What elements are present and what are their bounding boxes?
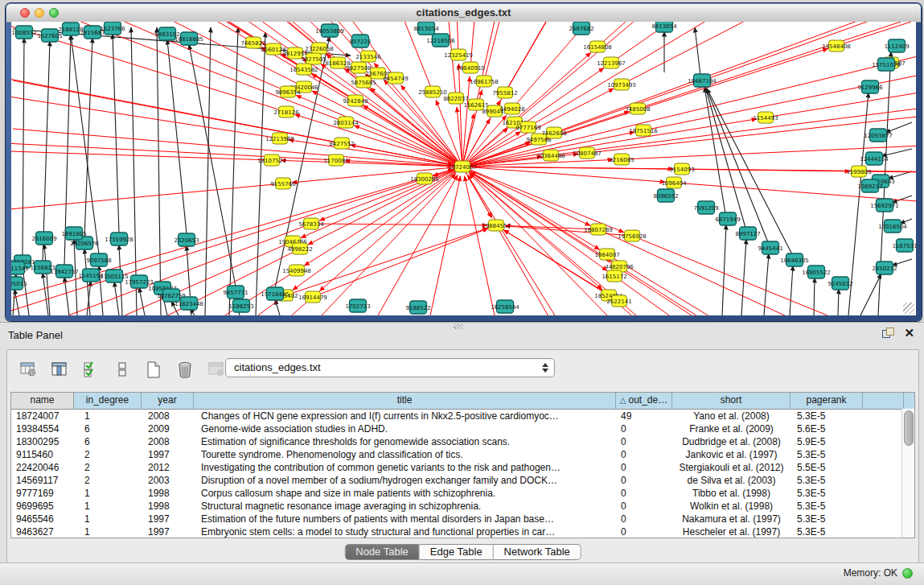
column-header-out_de…[interactable]: △out_de… bbox=[616, 393, 672, 409]
table-row[interactable]: 1872400712008Changes of HCN gene express… bbox=[11, 410, 914, 422]
table-row[interactable]: 2242004622012Investigating the contribut… bbox=[11, 461, 914, 474]
tab-network-table[interactable]: Network Table bbox=[494, 544, 581, 560]
table-cell[interactable]: 5.3E-5 bbox=[791, 525, 863, 538]
delete-table-button[interactable] bbox=[207, 359, 226, 380]
table-cell[interactable]: 5.3E-5 bbox=[791, 513, 863, 525]
table-cell[interactable]: 19384554 bbox=[11, 422, 74, 435]
table-row[interactable]: 946362711997Embryonic stem cells: a mode… bbox=[11, 525, 914, 538]
table-cell[interactable]: 0 bbox=[616, 525, 672, 538]
table-cell[interactable]: Genome-wide association studies in ADHD. bbox=[194, 422, 616, 435]
table-cell[interactable]: 1998 bbox=[142, 500, 194, 513]
show-columns-button[interactable] bbox=[50, 359, 69, 380]
table-cell[interactable]: 2008 bbox=[142, 410, 194, 422]
table-cell[interactable]: 0 bbox=[616, 422, 672, 435]
table-cell[interactable]: 5.3E-5 bbox=[791, 500, 863, 513]
table-cell[interactable]: Wolkin et al. (1998) bbox=[672, 500, 791, 513]
table-cell[interactable]: 0 bbox=[616, 513, 672, 525]
float-panel-button[interactable] bbox=[882, 328, 894, 338]
table-cell[interactable]: Hescheler et al. (1997) bbox=[672, 525, 791, 538]
close-panel-button[interactable]: ✕ bbox=[904, 328, 914, 338]
table-cell[interactable]: Disruption of a novel member of a sodium… bbox=[194, 474, 616, 487]
table-cell[interactable]: 5.3E-5 bbox=[791, 487, 863, 500]
window-titlebar[interactable]: citations_edges.txt bbox=[6, 4, 921, 23]
table-cell[interactable]: Structural magnetic resonance image aver… bbox=[194, 500, 616, 513]
table-cell[interactable]: 0 bbox=[616, 487, 672, 500]
table-cell[interactable]: 2009 bbox=[142, 422, 194, 435]
table-cell[interactable]: 1 bbox=[74, 525, 142, 538]
table-cell[interactable]: 2012 bbox=[142, 461, 194, 474]
table-cell[interactable]: 1 bbox=[74, 410, 142, 422]
table-cell[interactable]: 0 bbox=[616, 435, 672, 448]
table-cell[interactable]: Yano et al. (2008) bbox=[672, 410, 791, 422]
table-cell[interactable]: 0 bbox=[616, 500, 672, 513]
table-cell[interactable]: 5.3E-5 bbox=[791, 448, 863, 461]
table-cell[interactable]: Stergiakouli et al. (2012) bbox=[672, 461, 791, 474]
table-cell[interactable]: 1997 bbox=[142, 513, 194, 525]
column-header-in_degree[interactable]: in_degree bbox=[74, 393, 142, 409]
graph-canvas[interactable]: 1872400774658228560128891295423226058982… bbox=[11, 22, 916, 315]
table-row[interactable]: 946554611997Estimation of the future num… bbox=[11, 513, 914, 525]
table-row[interactable]: 1456911722003Disruption of a novel membe… bbox=[11, 474, 914, 487]
table-cell[interactable]: 9115460 bbox=[11, 448, 74, 461]
table-cell[interactable]: 5.5E-5 bbox=[791, 461, 863, 474]
row-height-button[interactable] bbox=[113, 359, 132, 380]
window-resize-grip[interactable] bbox=[903, 303, 914, 314]
table-cell[interactable]: 9463627 bbox=[11, 525, 74, 538]
table-cell[interactable]: Franke et al. (2009) bbox=[672, 422, 791, 435]
table-cell[interactable]: Estimation of significance thresholds fo… bbox=[194, 435, 616, 448]
delete-rows-button[interactable] bbox=[175, 359, 195, 380]
table-cell[interactable]: Changes of HCN gene expression and I(f) … bbox=[194, 410, 616, 422]
table-cell[interactable]: 2008 bbox=[142, 435, 194, 448]
table-cell[interactable]: 1997 bbox=[142, 525, 194, 538]
scrollbar-thumb[interactable] bbox=[904, 410, 914, 446]
table-cell[interactable]: 0 bbox=[616, 474, 672, 487]
table-cell[interactable]: 6 bbox=[74, 422, 142, 435]
table-cell[interactable]: 9465546 bbox=[11, 513, 74, 525]
table-cell[interactable]: 2003 bbox=[142, 474, 194, 487]
tab-node-table[interactable]: Node Table bbox=[344, 544, 420, 560]
table-select[interactable]: citations_edges.txt bbox=[225, 358, 555, 377]
new-table-button[interactable] bbox=[144, 359, 163, 380]
table-cell[interactable]: 6 bbox=[74, 435, 142, 448]
table-cell[interactable]: Tourette syndrome. Phenomenology and cla… bbox=[194, 448, 616, 461]
table-row[interactable]: 977716911998Corpus callosum shape and si… bbox=[11, 487, 914, 500]
table-cell[interactable]: 1 bbox=[74, 513, 142, 525]
split-handle[interactable] bbox=[454, 323, 463, 329]
table-cell[interactable]: 9777169 bbox=[11, 487, 74, 500]
table-cell[interactable]: 1 bbox=[74, 487, 142, 500]
column-header-short[interactable]: short bbox=[672, 393, 791, 409]
table-cell[interactable]: 0 bbox=[616, 448, 672, 461]
column-header-pagerank[interactable]: pagerank bbox=[791, 393, 863, 409]
network-window[interactable]: citations_edges.txt 18724007746582285601… bbox=[6, 3, 922, 321]
table-cell[interactable]: 9699695 bbox=[11, 500, 74, 513]
table-cell[interactable]: 5.9E-5 bbox=[791, 435, 863, 448]
table-cell[interactable]: 5.3E-5 bbox=[791, 474, 863, 487]
table-cell[interactable]: 2 bbox=[74, 448, 142, 461]
table-cell[interactable]: 2 bbox=[74, 461, 142, 474]
table-cell[interactable]: Tibbo et al. (1998) bbox=[672, 487, 791, 500]
table-cell[interactable]: 2 bbox=[74, 474, 142, 487]
table-cell[interactable]: 22420046 bbox=[11, 461, 74, 474]
table-cell[interactable]: 18724007 bbox=[11, 410, 74, 422]
table-cell[interactable]: 1998 bbox=[142, 487, 194, 500]
table-cell[interactable]: 1997 bbox=[142, 448, 194, 461]
table-cell[interactable]: Estimation of the future numbers of pati… bbox=[194, 513, 616, 525]
table-cell[interactable]: 18300295 bbox=[11, 435, 74, 448]
table-cell[interactable]: 5.3E-5 bbox=[791, 410, 863, 422]
table-cell[interactable]: Embryonic stem cells: a model to study s… bbox=[194, 525, 616, 538]
select-columns-button[interactable] bbox=[81, 359, 101, 380]
memory-indicator[interactable]: Memory: OK bbox=[844, 567, 913, 579]
vertical-scrollbar[interactable] bbox=[901, 409, 914, 538]
table-cell[interactable]: Jankovic et al. (1997) bbox=[672, 448, 791, 461]
table-cell[interactable]: 14569117 bbox=[11, 474, 74, 487]
table-row[interactable]: 1938455462009Genome-wide association stu… bbox=[11, 422, 914, 435]
table-cell[interactable]: 49 bbox=[616, 410, 672, 422]
table-row[interactable]: 911546021997Tourette syndrome. Phenomeno… bbox=[11, 448, 914, 461]
table-cell[interactable]: Nakamura et al. (1997) bbox=[672, 513, 791, 525]
column-header-title[interactable]: title bbox=[194, 393, 616, 409]
table-cell[interactable]: 0 bbox=[616, 461, 672, 474]
table-row[interactable]: 969969511998Structural magnetic resonanc… bbox=[11, 500, 914, 513]
column-header-year[interactable]: year bbox=[142, 393, 194, 409]
tab-edge-table[interactable]: Edge Table bbox=[420, 544, 494, 560]
table-cell[interactable]: Investigating the contribution of common… bbox=[194, 461, 616, 474]
